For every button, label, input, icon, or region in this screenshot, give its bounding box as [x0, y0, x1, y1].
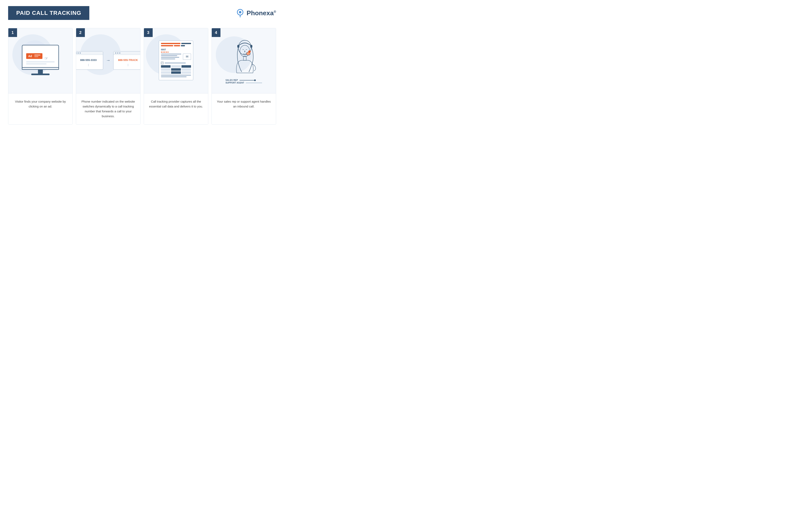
monitor-icon: Ad ☞	[18, 43, 63, 78]
sales-rep-label: SALES REP	[226, 79, 238, 81]
page: PAID CALL TRACKING Phonexa® 1	[0, 0, 284, 133]
switch-arrow: →	[106, 58, 110, 63]
original-phone-number: 888-555-3333	[80, 58, 97, 61]
step-2-illustration: 2 888-555-3333 |	[76, 28, 140, 93]
svg-rect-12	[26, 61, 55, 62]
analytics-cell	[181, 71, 191, 74]
browser-dot	[117, 52, 118, 54]
step-3-illustration: 3 0007	[144, 28, 208, 93]
support-agent-line	[246, 83, 262, 83]
analytics-chart-grid	[161, 65, 191, 74]
header: PAID CALL TRACKING Phonexa®	[8, 6, 276, 20]
logo-area: Phonexa®	[236, 8, 276, 18]
browser-dot	[76, 52, 77, 54]
analytics-bar-blue	[181, 43, 191, 44]
step-4-number: 4	[211, 28, 221, 37]
svg-rect-9	[34, 55, 40, 55]
svg-rect-13	[26, 63, 47, 64]
browser-header-1	[76, 51, 103, 55]
svg-rect-16	[250, 45, 252, 48]
analytics-bar-orange	[161, 43, 180, 44]
analytics-cell	[181, 65, 191, 68]
step-3-card: 3 0007	[144, 28, 208, 125]
analytics-cell	[171, 65, 181, 68]
step-1-card: 1 Ad	[8, 28, 73, 125]
analytics-dot	[164, 52, 165, 53]
support-agent-label-row: SUPPORT AGENT	[226, 82, 262, 84]
logo-name: Phonexa®	[246, 9, 276, 17]
page-title: PAID CALL TRACKING	[16, 10, 81, 16]
step-4-description: Your sales rep or support agent handles …	[216, 99, 271, 109]
analytics-envelope-icon: ✉	[183, 54, 191, 60]
browser-header-2	[114, 51, 141, 55]
analytics-dot	[163, 52, 164, 53]
browser-dot	[119, 52, 120, 54]
analytics-cell	[171, 68, 181, 71]
browser-dot	[115, 52, 116, 54]
original-number-box: 888-555-3333 |	[76, 51, 103, 70]
agent-labels: SALES REP SUPPORT AGENT	[226, 79, 262, 84]
step-1-description: Visitor finds your company website by cl…	[13, 99, 67, 109]
step-1-description-box: Visitor finds your company website by cl…	[8, 93, 72, 124]
tracking-phone-number: 888-555-TRACK	[118, 58, 138, 61]
step-1-illustration: 1 Ad	[8, 28, 72, 93]
analytics-cell	[161, 68, 171, 71]
tracking-number-body: 888-555-TRACK |	[114, 55, 141, 70]
title-box: PAID CALL TRACKING	[8, 6, 89, 20]
agent-svg	[226, 36, 262, 77]
sales-rep-label-row: SALES REP	[226, 79, 262, 81]
svg-rect-15	[237, 45, 239, 48]
analytics-cell	[181, 68, 191, 71]
analytics-cell	[161, 65, 171, 68]
analytics-top-bars-2	[161, 45, 191, 46]
phone-switch: 888-555-3333 | → 888-	[76, 51, 141, 70]
step-3-description-box: Call tracking provider captures all the …	[144, 93, 208, 124]
step-3-number: 3	[144, 28, 153, 37]
analytics-dots-row	[161, 52, 191, 53]
svg-text:☞: ☞	[45, 56, 48, 60]
svg-rect-4	[22, 68, 59, 70]
sales-rep-line	[239, 80, 256, 80]
tracking-number-box: 888-555-TRACK |	[113, 51, 141, 70]
step-4-illustration: 4	[212, 28, 276, 93]
svg-rect-5	[38, 70, 43, 74]
steps-grid: 1 Ad	[8, 28, 276, 125]
step-4-card: 4	[211, 28, 276, 125]
svg-text:Ad: Ad	[28, 54, 32, 58]
analytics-dot	[161, 52, 162, 53]
analytics-number: 0007	[161, 48, 166, 51]
step-4-description-box: Your sales rep or support agent handles …	[212, 93, 276, 124]
support-agent-label: SUPPORT AGENT	[226, 82, 244, 84]
agent-figure: SALES REP SUPPORT AGENT	[226, 36, 262, 84]
svg-rect-6	[31, 74, 50, 75]
svg-point-19	[248, 50, 251, 53]
analytics-dot	[168, 52, 169, 53]
step-1-number: 1	[8, 28, 17, 37]
browser-dot	[78, 52, 79, 54]
analytics-cell	[161, 71, 171, 74]
analytics-top-bars	[161, 43, 191, 44]
svg-rect-10	[34, 56, 38, 57]
analytics-cell	[171, 71, 181, 74]
step-2-card: 2 888-555-3333 |	[76, 28, 141, 125]
analytics-dot	[166, 52, 167, 53]
browser-dot	[80, 52, 81, 54]
step-2-description-box: Phone number indicated on the website sw…	[76, 93, 140, 124]
step-2-description: Phone number indicated on the website sw…	[81, 99, 136, 119]
step-3-description: Call tracking provider captures all the …	[149, 99, 203, 109]
svg-point-1	[239, 11, 241, 14]
step-2-number: 2	[76, 28, 85, 37]
analytics-dashboard: 0007	[159, 41, 193, 80]
original-number-body: 888-555-3333 |	[76, 55, 103, 70]
svg-rect-20	[243, 56, 246, 60]
phonexa-logo-icon	[236, 8, 244, 18]
